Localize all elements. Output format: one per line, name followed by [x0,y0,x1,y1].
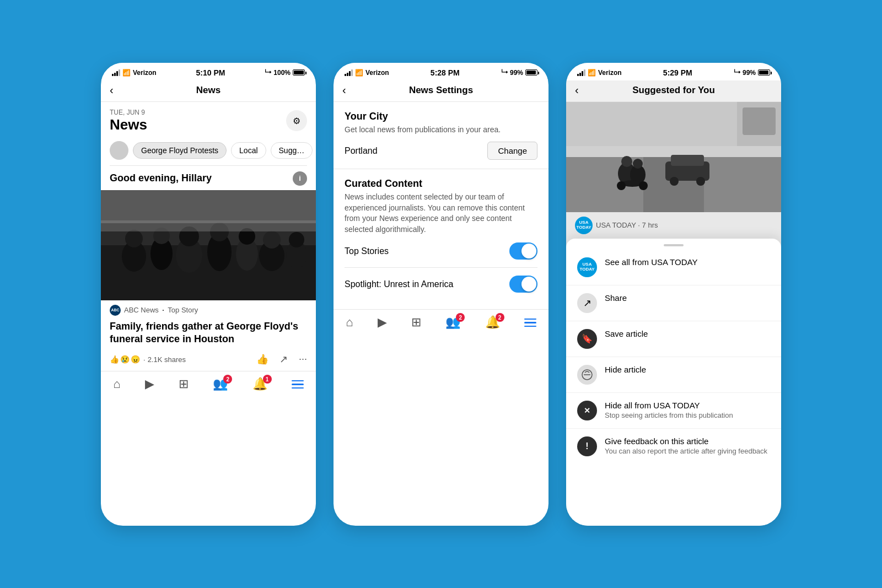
top-stories-toggle[interactable] [509,242,537,260]
carrier-3: 📶 Verizon [577,69,622,77]
page-title-1: News [196,85,220,96]
nav-video-1[interactable]: ▶ [145,377,154,391]
back-button-3[interactable]: ‹ [575,84,579,96]
carrier-name-3: Verizon [598,69,622,77]
bell-badge-1: 1 [263,375,272,384]
share-count: 2.1K shares [148,355,256,364]
hide-label: Hide article [605,365,770,374]
curated-title: Curated Content [345,178,537,190]
svg-rect-17 [101,220,316,231]
friends-badge-2: 2 [456,313,465,322]
source-time: USA TODAY · 7 hrs [596,221,658,229]
menu-item-hide-all[interactable]: ✕ Hide all from USA TODAY Stop seeing ar… [566,392,781,428]
info-button[interactable]: i [293,171,307,186]
protest-photo [101,190,316,300]
nav-home-2[interactable]: ⌂ [346,315,353,330]
location-icon: ⮡ [265,69,271,77]
chip-george-floyd[interactable]: George Floyd Protests [133,142,227,159]
store-icon: ⊞ [179,377,189,391]
battery-pct-2: 99% [510,69,523,77]
nav-store-2[interactable]: ⊞ [411,315,421,330]
article-photo-svg [101,190,316,300]
article-meta: ABC ABC News · Top Story [101,300,316,318]
city-row: Portland Change [345,142,537,160]
svg-rect-16 [101,190,316,223]
feedback-sub: You can also report the article after gi… [605,447,770,456]
article-actions: 👍 😢 😠 · 2.1K shares 👍 ↗ ··· [101,350,316,371]
hide-all-label: Hide all from USA TODAY [605,401,770,410]
menu-item-save[interactable]: 🔖 Save article [566,321,781,357]
back-button-2[interactable]: ‹ [342,84,346,96]
settings-button[interactable]: ⚙ [286,110,307,131]
nav-header-2: ‹ News Settings [334,80,548,102]
play-icon-2: ▶ [378,315,387,330]
menu-text-see-all: See all from USA TODAY [605,257,770,267]
menu-item-feedback[interactable]: ! Give feedback on this article You can … [566,428,781,464]
settings-content: Your City Get local news from publicatio… [334,102,548,310]
battery-icon-3 [758,69,770,75]
nav-menu-2[interactable] [524,319,536,327]
usa-today-text: USATODAY [576,220,591,230]
news-date: TUE, JUN 9 [110,109,147,116]
time-1: 5:10 PM [196,68,225,77]
svg-point-24 [670,177,679,186]
city-section-title: Your City [345,111,537,122]
nav-bell-1[interactable]: 🔔 1 [252,377,267,391]
friends-badge-1: 2 [223,375,232,384]
battery-pct-3: 99% [743,69,756,77]
location-icon-2: ⮡ [501,69,508,77]
nav-bell-2[interactable]: 🔔 2 [485,315,500,330]
nav-menu-1[interactable] [292,380,304,389]
road-photo-svg [566,102,781,212]
location-icon-3: ⮡ [734,69,740,77]
action-icons: 👍 ↗ ··· [256,353,307,365]
save-label: Save article [605,329,770,338]
carrier-1: 📶 Verizon [112,69,157,77]
svg-point-13 [263,231,281,249]
usa-today-small-logo: USATODAY [577,257,597,277]
battery-area-2: ⮡ 99% [501,69,537,77]
battery-fill-2 [526,71,536,74]
menu-item-share[interactable]: ↗ Share [566,285,781,321]
share-label: Share [605,293,770,303]
phone-1: 📶 Verizon 5:10 PM ⮡ 100% ‹ News TUE, JUN… [101,63,316,526]
share-menu-icon: ↗ [577,293,597,313]
nav-header-3: ‹ Suggested for You [566,80,781,102]
spotlight-label: Spotlight: Unrest in America [345,279,453,289]
menu-item-see-all[interactable]: USATODAY See all from USA TODAY [566,250,781,285]
nav-video-2[interactable]: ▶ [378,315,387,330]
source-logo: ABC [110,305,121,316]
nav-home-1[interactable]: ⌂ [113,377,120,391]
nav-friends-2[interactable]: 👥 2 [445,315,460,330]
menu-item-hide[interactable]: Hide article [566,357,781,392]
chip-suggested[interactable]: Sugg… [271,142,313,159]
article-title[interactable]: Family, friends gather at George Floyd's… [101,318,316,350]
signal-icon-3 [577,69,585,76]
usa-today-logo: USATODAY [575,217,593,234]
svg-point-29 [633,159,643,169]
see-all-label: See all from USA TODAY [605,257,770,267]
nav-store-1[interactable]: ⊞ [179,377,189,391]
save-menu-icon: 🔖 [577,329,597,349]
spotlight-toggle[interactable] [509,276,537,293]
play-icon: ▶ [145,377,154,391]
carrier-name: Verizon [133,69,157,77]
bottom-sheet: USATODAY See all from USA TODAY ↗ Share … [566,239,781,526]
share-button[interactable]: ↗ [279,353,288,365]
store-icon-2: ⊞ [411,315,421,330]
greeting-row: Good evening, Hillary i [101,166,316,190]
suggested-image [566,102,781,212]
top-stories-row: Top Stories [345,235,537,267]
battery-icon-1 [293,69,305,75]
signal-icon-2 [345,69,353,76]
back-button-1[interactable]: ‹ [110,84,114,96]
more-button[interactable]: ··· [299,353,307,365]
status-bar-1: 📶 Verizon 5:10 PM ⮡ 100% [101,63,316,80]
wifi-icon-3: 📶 [588,69,596,77]
change-city-button[interactable]: Change [487,142,537,160]
home-icon-2: ⌂ [346,315,353,330]
nav-friends-1[interactable]: 👥 2 [213,377,228,391]
hamburger-icon-2 [524,319,536,327]
chip-local[interactable]: Local [231,142,266,159]
like-button[interactable]: 👍 [256,353,268,365]
